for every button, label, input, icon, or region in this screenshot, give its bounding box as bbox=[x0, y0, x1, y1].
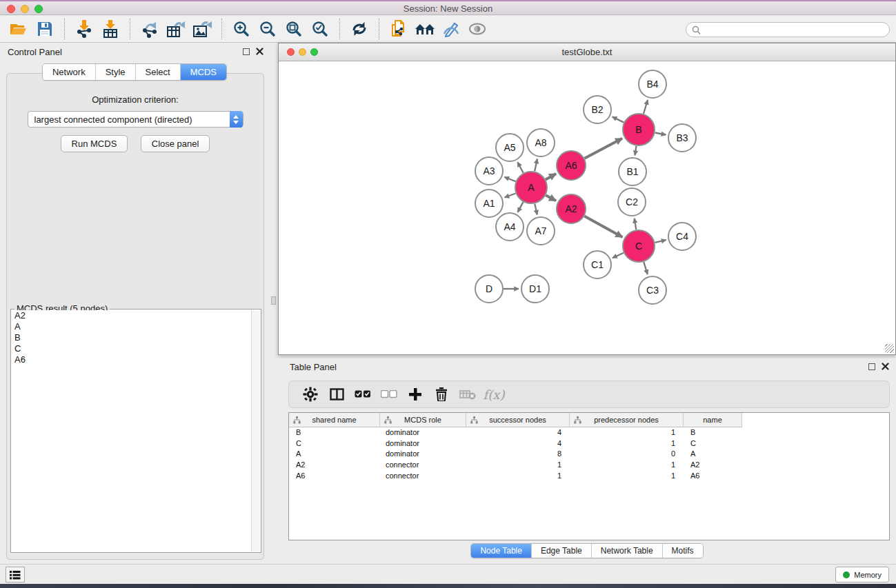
main-toolbar bbox=[0, 16, 896, 43]
tab-network[interactable]: Network bbox=[43, 64, 95, 80]
graph-edge-A-A5[interactable] bbox=[517, 162, 523, 173]
search-input[interactable] bbox=[704, 23, 884, 36]
network-from-selection-icon[interactable] bbox=[388, 18, 410, 40]
network-view-window: testGlobe.txt AA1A2A3A4A5A6A7A8BB1B2B3B4… bbox=[278, 43, 896, 355]
graph-node-label-A2: A2 bbox=[565, 203, 577, 214]
tab-mcds[interactable]: MCDS bbox=[180, 64, 226, 80]
save-session-icon[interactable] bbox=[34, 18, 56, 40]
tab-select[interactable]: Select bbox=[135, 64, 180, 80]
settings-gear-icon[interactable] bbox=[299, 384, 322, 405]
close-table-panel-icon[interactable] bbox=[882, 363, 889, 370]
tab-style[interactable]: Style bbox=[95, 64, 135, 80]
graph-edge-C-C4[interactable] bbox=[655, 240, 666, 243]
function-builder-icon[interactable]: f(x) bbox=[482, 384, 506, 405]
graph-edge-C-C2[interactable] bbox=[635, 219, 637, 230]
graph-edge-A-A4[interactable] bbox=[518, 202, 524, 212]
graph-edge-A2-C[interactable] bbox=[584, 216, 622, 237]
graph-node-label-B4: B4 bbox=[646, 79, 658, 90]
tab-edge-table[interactable]: Edge Table bbox=[531, 544, 591, 558]
shared-column-icon bbox=[384, 416, 392, 424]
column-header-shared-name[interactable]: shared name bbox=[289, 413, 380, 427]
home-icon[interactable] bbox=[414, 18, 436, 40]
column-header-mcds-role[interactable]: MCDS role bbox=[380, 413, 466, 427]
graph-node-label-A8: A8 bbox=[535, 137, 546, 148]
toolbar-separator bbox=[130, 19, 130, 39]
export-image-icon[interactable] bbox=[191, 18, 213, 40]
network-window-titlebar[interactable]: testGlobe.txt bbox=[279, 43, 895, 61]
graph-node-label-A4: A4 bbox=[504, 221, 515, 232]
close-panel-button[interactable]: Close panel bbox=[141, 135, 210, 152]
graph-edge-A-A7[interactable] bbox=[535, 203, 537, 214]
graph-edge-A6-B[interactable] bbox=[584, 139, 622, 159]
graph-edge-B-B3[interactable] bbox=[655, 133, 666, 135]
graph-edge-B-B4[interactable] bbox=[644, 100, 648, 114]
column-header-successor-nodes[interactable]: successor nodes bbox=[466, 413, 570, 427]
graph-node-label-C1: C1 bbox=[591, 259, 604, 270]
column-header-predecessor-nodes[interactable]: predecessor nodes bbox=[570, 413, 684, 427]
delete-column-icon[interactable] bbox=[430, 384, 453, 405]
close-panel-icon[interactable] bbox=[256, 48, 263, 55]
graph-node-label-A3: A3 bbox=[483, 165, 495, 176]
toolbar-separator bbox=[221, 19, 222, 39]
control-panel-tab-group: Network Style Select MCDS bbox=[42, 63, 227, 81]
zoom-selected-icon[interactable] bbox=[309, 18, 331, 40]
graph-edge-B-B2[interactable] bbox=[613, 116, 624, 122]
shared-column-icon bbox=[293, 416, 301, 424]
open-session-icon[interactable] bbox=[8, 18, 30, 40]
tab-node-table[interactable]: Node Table bbox=[471, 544, 531, 558]
delete-table-icon[interactable] bbox=[456, 384, 479, 405]
tab-network-table[interactable]: Network Table bbox=[591, 544, 662, 558]
zoom-in-icon[interactable] bbox=[230, 18, 252, 40]
graph-edge-C-C3[interactable] bbox=[644, 262, 648, 274]
mcds-result-item[interactable]: C bbox=[12, 343, 251, 354]
apply-layout-icon[interactable] bbox=[348, 18, 370, 40]
zoom-fit-icon[interactable] bbox=[283, 18, 305, 40]
mcds-result-item[interactable]: A2 bbox=[12, 310, 251, 321]
optimization-criterion-select[interactable]: largest connected component (directed) bbox=[28, 111, 243, 128]
mcds-result-item[interactable]: B bbox=[12, 332, 251, 343]
deselect-all-checkboxes-icon[interactable] bbox=[377, 384, 401, 405]
graph-edge-A-A6[interactable] bbox=[546, 174, 556, 179]
table-row[interactable]: C dominator 4 1 C bbox=[289, 438, 889, 449]
table-row[interactable]: A6 connector 1 1 A6 bbox=[289, 471, 889, 482]
task-history-button[interactable] bbox=[6, 567, 25, 582]
graph-node-label-C4: C4 bbox=[676, 231, 688, 242]
split-panel-icon[interactable] bbox=[325, 384, 348, 405]
table-row[interactable]: A dominator 8 0 A bbox=[289, 449, 889, 460]
run-mcds-button[interactable]: Run MCDS bbox=[61, 135, 128, 152]
search-field[interactable] bbox=[686, 22, 890, 37]
select-all-checkboxes-icon[interactable] bbox=[351, 384, 375, 405]
graph-edge-A-A8[interactable] bbox=[535, 159, 537, 172]
graph-node-label-A5: A5 bbox=[504, 142, 515, 153]
show-graphics-details-icon[interactable] bbox=[466, 18, 488, 40]
split-divider-grip[interactable] bbox=[271, 296, 276, 305]
window-resize-grip[interactable] bbox=[885, 344, 894, 353]
graph-edge-C-C1[interactable] bbox=[613, 253, 624, 258]
export-network-icon[interactable] bbox=[139, 18, 161, 40]
memory-status-icon bbox=[843, 571, 850, 578]
float-panel-icon[interactable] bbox=[243, 48, 250, 55]
memory-button[interactable]: Memory bbox=[835, 567, 889, 582]
result-list-scrollbar[interactable] bbox=[251, 310, 260, 551]
add-column-icon[interactable] bbox=[404, 384, 427, 405]
table-row[interactable]: A2 connector 1 1 A2 bbox=[289, 460, 889, 471]
toolbar-separator bbox=[379, 19, 379, 39]
table-panel-title: Table Panel bbox=[290, 362, 337, 372]
network-canvas[interactable]: AA1A2A3A4A5A6A7A8BB1B2B3B4CC1C2C3C4DD1 bbox=[279, 62, 895, 354]
import-network-icon[interactable] bbox=[73, 18, 95, 40]
graph-edge-A-A3[interactable] bbox=[504, 177, 515, 181]
column-header-name[interactable]: name bbox=[684, 413, 742, 427]
tab-motifs[interactable]: Motifs bbox=[662, 544, 703, 558]
hide-graphics-details-icon[interactable] bbox=[440, 18, 462, 40]
table-row[interactable]: B dominator 4 1 B bbox=[289, 427, 889, 438]
graph-edge-A-A1[interactable] bbox=[505, 194, 516, 198]
mcds-result-item[interactable]: A6 bbox=[12, 354, 251, 365]
export-table-icon[interactable] bbox=[165, 18, 187, 40]
zoom-out-icon[interactable] bbox=[257, 18, 279, 40]
float-table-panel-icon[interactable] bbox=[868, 363, 875, 370]
mcds-result-item[interactable]: A bbox=[12, 321, 251, 332]
graph-edge-A-A2[interactable] bbox=[546, 195, 556, 201]
graph-node-label-C: C bbox=[635, 241, 642, 252]
graph-edge-B-B1[interactable] bbox=[635, 146, 637, 156]
import-table-icon[interactable] bbox=[99, 18, 121, 40]
